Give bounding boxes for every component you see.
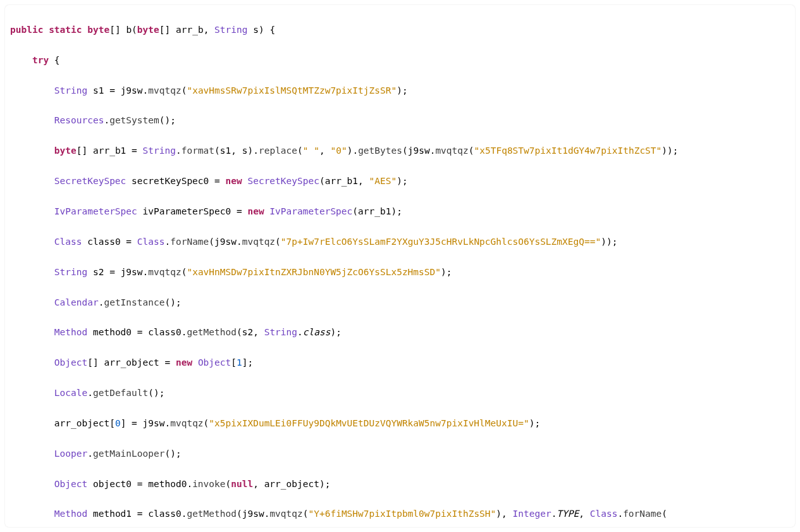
line: String s1 = j9sw.mvqtqz("xavHmsSRw7pixIs… [10, 84, 790, 99]
line: SecretKeySpec secretKeySpec0 = new Secre… [10, 174, 790, 189]
code-block: public static byte[] b(byte[] arr_b, Str… [5, 5, 795, 527]
line: public static byte[] b(byte[] arr_b, Str… [10, 23, 790, 38]
line: Calendar.getInstance(); [10, 295, 790, 311]
line: Object object0 = method0.invoke(null, ar… [10, 477, 790, 492]
line: try { [10, 53, 790, 68]
line: Object[] arr_object = new Object[1]; [10, 356, 790, 371]
line: Class class0 = Class.forName(j9sw.mvqtqz… [10, 235, 790, 250]
line: Method method0 = class0.getMethod(s2, St… [10, 325, 790, 340]
line: byte[] arr_b1 = String.format(s1, s).rep… [10, 144, 790, 159]
line: Method method1 = class0.getMethod(j9sw.m… [10, 507, 790, 522]
line: Looper.getMainLooper(); [10, 447, 790, 462]
line: String s2 = j9sw.mvqtqz("xavHnMSDw7pixIt… [10, 265, 790, 280]
line: Locale.getDefault(); [10, 386, 790, 401]
line: Resources.getSystem(); [10, 113, 790, 128]
line: IvParameterSpec ivParameterSpec0 = new I… [10, 204, 790, 220]
line: arr_object[0] = j9sw.mvqtqz("x5pixIXDumL… [10, 416, 790, 431]
